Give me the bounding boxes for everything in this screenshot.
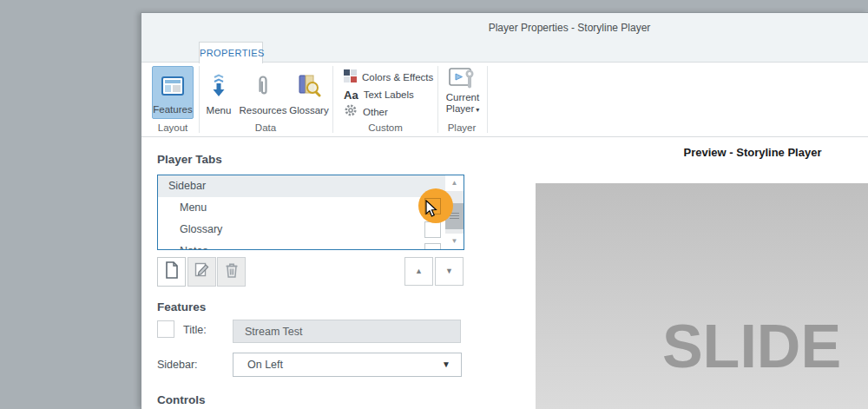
title-checkbox[interactable] (157, 320, 174, 338)
tab-properties[interactable]: PROPERTIES (199, 42, 263, 63)
scroll-down-icon[interactable]: ▼ (445, 234, 464, 249)
ribbon-group-label-custom: Custom (368, 122, 403, 133)
ribbon-separator (199, 66, 200, 133)
mouse-cursor-icon (425, 200, 438, 222)
scroll-up-icon[interactable]: ▲ (445, 175, 464, 191)
ribbon-separator (332, 66, 333, 133)
notes-checkbox[interactable] (424, 243, 441, 250)
move-up-button[interactable]: ▲ (404, 257, 433, 286)
sidebar-label: Sidebar: (157, 359, 198, 371)
ribbon-button-label: Colors & Effects (362, 72, 433, 82)
ribbon-button-label: Glossary (289, 105, 328, 115)
features-heading: Features (157, 300, 206, 313)
ribbon-group-label-layout: Layout (158, 122, 188, 133)
delete-tab-button[interactable] (217, 257, 246, 287)
ribbon-button-label: Current Player▾ (440, 92, 485, 115)
list-item-menu[interactable]: Menu (158, 197, 445, 219)
ribbon-group-label-player: Player (448, 122, 477, 133)
new-page-icon (165, 261, 179, 282)
desktop-background: Player Properties - Storyline Player PRO… (0, 0, 868, 409)
ribbon-button-other[interactable]: Other (344, 103, 388, 121)
ribbon-separator (437, 66, 438, 133)
edit-pencil-icon (194, 261, 210, 282)
edit-tab-button[interactable] (187, 257, 216, 287)
player-properties-dialog: Player Properties - Storyline Player PRO… (141, 12, 868, 409)
menu-arrow-icon (210, 66, 227, 105)
trash-icon (225, 261, 239, 282)
ribbon-button-current-player[interactable]: Current Player▾ (442, 66, 483, 119)
dialog-titlebar[interactable]: Player Properties - Storyline Player PRO… (141, 13, 868, 63)
ribbon-button-menu[interactable]: Menu (201, 66, 237, 119)
list-item-sidebar[interactable]: Sidebar (158, 175, 463, 197)
preview-heading: Preview - Storyline Player (684, 146, 822, 159)
ribbon-button-resources[interactable]: Resources (239, 66, 287, 119)
text-labels-icon: Aa (344, 89, 358, 102)
move-down-button[interactable]: ▼ (435, 257, 464, 286)
ribbon-group-label-data: Data (255, 122, 276, 133)
ribbon-button-colors-effects[interactable]: Colors & Effects (344, 69, 433, 86)
ribbon-button-features[interactable]: Features (152, 66, 194, 119)
ribbon-button-text-labels[interactable]: Aa Text Labels (344, 86, 414, 103)
title-input[interactable] (233, 320, 461, 343)
controls-heading: Controls (157, 393, 206, 406)
ribbon-button-label: Resources (240, 105, 287, 115)
chevron-down-icon: ▼ (442, 353, 450, 376)
list-item-notes[interactable]: Notes (158, 241, 445, 250)
dialog-title: Player Properties - Storyline Player (489, 22, 651, 34)
player-tabs-heading: Player Tabs (157, 153, 222, 166)
ribbon-button-label: Text Labels (364, 89, 414, 100)
ribbon-button-label: Features (153, 104, 192, 115)
player-tabs-list: Sidebar Menu Glossary Notes ▲ ▼ (157, 175, 464, 250)
new-tab-button[interactable] (157, 257, 186, 287)
ribbon-separator (487, 66, 488, 133)
current-player-icon (449, 66, 477, 92)
sidebar-dropdown[interactable]: On Left ▼ (233, 353, 462, 377)
preview-slide-area: SLIDE (536, 183, 868, 409)
slide-placeholder-text: SLIDE (662, 312, 841, 381)
title-label: Title: (183, 324, 207, 336)
chevron-down-icon: ▾ (476, 106, 479, 114)
paperclip-icon (256, 66, 270, 105)
ribbon-button-label: Menu (207, 105, 232, 115)
glossary-checkbox[interactable] (424, 221, 441, 238)
sidebar-dropdown-value: On Left (247, 359, 283, 371)
features-layout-icon (161, 67, 184, 104)
ribbon-button-label: Other (363, 107, 388, 117)
gear-icon (344, 103, 358, 121)
ribbon-button-glossary[interactable]: Glossary (289, 66, 329, 119)
glossary-book-icon (298, 66, 321, 105)
list-item-glossary[interactable]: Glossary (158, 219, 445, 241)
colors-effects-icon (344, 69, 357, 86)
